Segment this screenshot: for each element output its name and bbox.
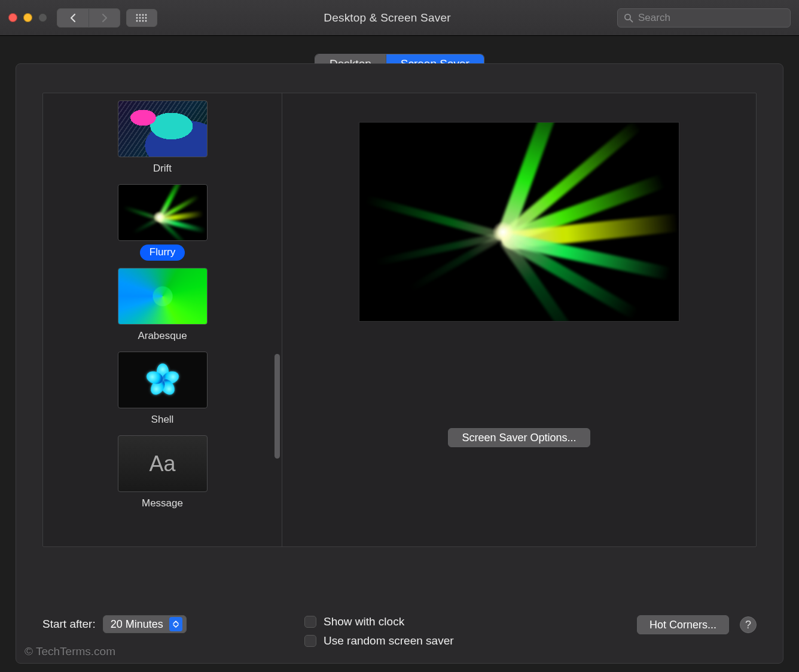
svg-point-0 xyxy=(136,14,138,16)
screensaver-thumb xyxy=(118,184,208,241)
checkbox-label: Use random screen saver xyxy=(324,634,454,647)
svg-point-4 xyxy=(136,17,138,19)
svg-point-7 xyxy=(145,17,147,19)
minimize-window-button[interactable] xyxy=(23,13,32,22)
start-after-value: 20 Minutes xyxy=(111,618,163,631)
checkbox-box xyxy=(304,635,316,647)
screensaver-checkboxes: Show with clock Use random screen saver xyxy=(304,615,626,647)
chevron-left-icon xyxy=(69,13,77,23)
use-random-checkbox[interactable]: Use random screen saver xyxy=(304,634,626,647)
screensaver-label: Flurry xyxy=(140,245,185,261)
screensaver-label: Shell xyxy=(142,412,184,428)
screensaver-preview[interactable] xyxy=(359,122,679,322)
screensaver-thumb xyxy=(118,352,208,408)
screensaver-item-drift[interactable]: Drift xyxy=(118,100,208,177)
checkbox-label: Show with clock xyxy=(324,615,404,628)
svg-point-9 xyxy=(139,20,141,22)
screensaver-label: Message xyxy=(132,496,193,512)
message-sample-icon: Aa xyxy=(149,451,175,476)
screensaver-list[interactable]: Drift xyxy=(43,93,282,546)
show-all-button[interactable] xyxy=(126,9,157,27)
search-icon xyxy=(624,13,633,23)
window-title: Desktop & Screen Saver xyxy=(163,11,611,25)
nav-buttons xyxy=(57,8,120,28)
screensaver-thumb xyxy=(118,268,208,325)
svg-point-8 xyxy=(136,20,138,22)
search-input[interactable] xyxy=(638,12,784,24)
svg-point-10 xyxy=(142,20,144,22)
select-stepper-icon xyxy=(169,617,182,631)
screensaver-thumb: Aa xyxy=(118,435,208,492)
screensaver-label: Drift xyxy=(144,161,181,177)
screensaver-panel: Drift xyxy=(16,63,783,664)
svg-point-6 xyxy=(142,17,144,19)
window-controls xyxy=(8,13,47,22)
svg-point-2 xyxy=(142,14,144,16)
forward-button xyxy=(89,9,120,27)
svg-point-11 xyxy=(145,20,147,22)
hot-corners-button[interactable]: Hot Corners... xyxy=(637,615,729,634)
screensaver-item-shell[interactable]: Shell xyxy=(118,352,208,428)
zoom-window-button xyxy=(38,13,47,22)
close-window-button[interactable] xyxy=(8,13,17,22)
chevron-right-icon xyxy=(101,13,108,23)
grid-icon xyxy=(136,14,148,22)
panel-footer: Start after: 20 Minutes Show with clock xyxy=(42,615,757,647)
screensaver-item-arabesque[interactable]: Arabesque xyxy=(118,268,208,344)
svg-line-13 xyxy=(630,19,632,22)
shell-flower-icon xyxy=(142,359,184,401)
svg-point-3 xyxy=(145,14,147,16)
screensaver-options-button[interactable]: Screen Saver Options... xyxy=(448,428,590,447)
titlebar: Desktop & Screen Saver xyxy=(0,0,799,36)
start-after-control: Start after: 20 Minutes xyxy=(42,615,294,633)
screensaver-thumb xyxy=(118,100,208,157)
screensaver-label: Arabesque xyxy=(128,328,196,344)
watermark: © TechTerms.com xyxy=(25,645,115,658)
show-with-clock-checkbox[interactable]: Show with clock xyxy=(304,615,626,628)
start-after-label: Start after: xyxy=(42,618,96,631)
scrollbar-thumb[interactable] xyxy=(275,354,280,459)
search-field[interactable] xyxy=(617,8,791,28)
screensaver-item-flurry[interactable]: Flurry xyxy=(118,184,208,261)
screensaver-split: Drift xyxy=(42,93,757,547)
svg-point-5 xyxy=(139,17,141,19)
svg-point-1 xyxy=(139,14,141,16)
screensaver-preview-pane: Screen Saver Options... xyxy=(282,93,756,546)
help-button[interactable]: ? xyxy=(740,616,757,633)
start-after-select[interactable]: 20 Minutes xyxy=(103,615,187,633)
screensaver-item-message[interactable]: Aa Message xyxy=(118,435,208,512)
checkbox-box xyxy=(304,616,316,628)
back-button[interactable] xyxy=(57,9,89,27)
